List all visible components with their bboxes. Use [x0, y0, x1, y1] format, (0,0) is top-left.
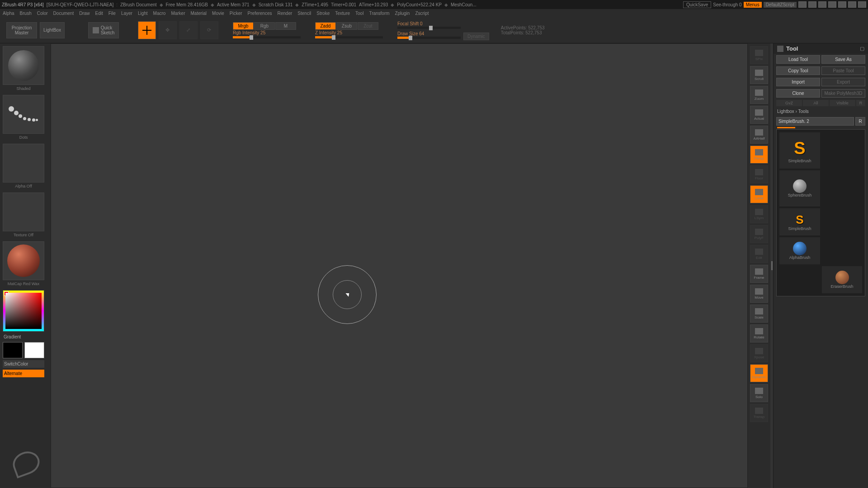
current-tool-label[interactable]: SimpleBrush. 2	[776, 117, 854, 126]
swatch-white[interactable]	[24, 342, 44, 358]
tool-simplebrush-2[interactable]: SSimpleBrush	[779, 208, 820, 235]
draw-size-slider[interactable]	[397, 37, 461, 39]
zcut-button[interactable]: Zcut	[358, 22, 378, 30]
dynamic-button[interactable]: Dynamic	[463, 33, 489, 40]
menu-document[interactable]: Document	[53, 11, 74, 16]
mrgb-button[interactable]: Mrgb	[233, 22, 254, 30]
menu-layer[interactable]: Layer	[121, 11, 132, 16]
alternate-button[interactable]: Alternate	[3, 370, 44, 377]
menu-tool[interactable]: Tool	[355, 11, 363, 16]
menu-zplugin[interactable]: Zplugin	[395, 11, 410, 16]
menu-light[interactable]: Light	[138, 11, 148, 16]
save-as-button[interactable]: Save As	[821, 55, 865, 64]
menu-preferences[interactable]: Preferences	[248, 11, 272, 16]
tool-eraserbrush[interactable]: EraserBrush	[822, 266, 862, 293]
menu-texture[interactable]: Texture	[335, 11, 350, 16]
quicksave-button[interactable]: QuickSave	[683, 1, 711, 8]
close-panel-icon[interactable]: ▢	[860, 46, 864, 52]
menus-toggle[interactable]: Menus	[744, 2, 762, 8]
quicksketch-button[interactable]: Quick Sketch	[88, 22, 119, 38]
menu-brush[interactable]: Brush	[20, 11, 32, 16]
rs-local-button[interactable]: Local	[750, 185, 768, 203]
import-button[interactable]: Import	[776, 78, 820, 86]
rs-scale-button[interactable]: Scale	[750, 305, 768, 323]
rs-persp-button[interactable]: Persp	[750, 145, 768, 164]
rs-transp-button[interactable]: Transp	[750, 404, 768, 422]
rs-spix-button[interactable]: SPix	[750, 46, 768, 64]
projection-master-button[interactable]: Projection Master	[6, 22, 37, 38]
menu-movie[interactable]: Movie	[212, 11, 224, 16]
rgb-button[interactable]: Rgb	[254, 22, 275, 30]
tool-alphabrush[interactable]: AlphaBrush	[779, 237, 820, 264]
rs-dynamic-button[interactable]: Dynamic	[750, 364, 768, 382]
default-script[interactable]: DefaultZScript	[764, 2, 797, 8]
maximize-icon[interactable]	[838, 1, 846, 8]
tool-simplebrush[interactable]: SSimpleBrush	[779, 132, 820, 169]
lightbox-button[interactable]: LightBox	[40, 22, 65, 38]
draw-mode-button[interactable]	[138, 21, 156, 39]
swatch-black[interactable]	[3, 342, 23, 358]
stroke-thumb[interactable]: Dots	[3, 95, 44, 134]
menu-transform[interactable]: Transform	[369, 11, 389, 16]
rs-aahalf-button[interactable]: AAHalf	[750, 126, 768, 144]
menu-file[interactable]: File	[108, 11, 116, 16]
rgb-intensity-slider[interactable]	[233, 36, 301, 38]
menu-stroke[interactable]: Stroke	[316, 11, 330, 16]
material-thumb[interactable]: MatCap Red Wax	[3, 241, 44, 280]
export-button[interactable]: Export	[821, 78, 865, 86]
minimize-icon[interactable]	[828, 1, 836, 8]
canvas-viewport[interactable]	[51, 43, 748, 488]
switchcolor-button[interactable]: SwitchColor	[3, 360, 44, 368]
rs-polyf-button[interactable]: PolyF	[750, 225, 768, 243]
shaded-thumb[interactable]: Shaded	[3, 46, 44, 85]
r-button[interactable]: R	[856, 100, 865, 106]
rs-xpose-button[interactable]: Xpose	[750, 344, 768, 362]
focal-shift-slider[interactable]	[397, 27, 461, 29]
gvz-button[interactable]: GvZ	[776, 100, 802, 106]
menu-edit[interactable]: Edit	[95, 11, 103, 16]
rs-lsym-button[interactable]: LSym	[750, 205, 768, 223]
gradient-label[interactable]: Gradient	[3, 333, 48, 340]
rs-rotate-button[interactable]: Rotate	[750, 324, 768, 343]
seethrough-slider[interactable]: See-through 0	[713, 2, 741, 7]
visible-button[interactable]: Visible	[830, 100, 855, 106]
menu-stencil[interactable]: Stencil	[297, 11, 311, 16]
all-button[interactable]: All	[803, 100, 829, 106]
menu-color[interactable]: Color	[37, 11, 48, 16]
r2-button[interactable]: R	[855, 117, 865, 126]
rs-move-button[interactable]: Move	[750, 285, 768, 303]
menu-draw[interactable]: Draw	[79, 11, 90, 16]
close-icon[interactable]	[858, 1, 866, 8]
rs-actual-button[interactable]: Actual	[750, 106, 768, 124]
home-icon[interactable]	[798, 1, 807, 8]
tool-spherebrush[interactable]: SphereBrush	[779, 170, 820, 206]
pin-icon[interactable]	[777, 46, 783, 52]
clone-button[interactable]: Clone	[776, 89, 820, 98]
menu-alpha[interactable]: Alpha	[3, 11, 14, 16]
rs-scroll-button[interactable]: Scroll	[750, 66, 768, 84]
zadd-button[interactable]: Zadd	[315, 22, 336, 30]
zsub-button[interactable]: Zsub	[336, 22, 357, 30]
config-icon[interactable]	[818, 1, 826, 8]
make-polymesh-button[interactable]: Make PolyMesh3D	[821, 89, 865, 98]
alpha-thumb[interactable]: Alpha Off	[3, 144, 44, 183]
menu-zscript[interactable]: Zscript	[415, 11, 429, 16]
menu-macro[interactable]: Macro	[153, 11, 166, 16]
rs-frame-button[interactable]: Frame	[750, 265, 768, 283]
menu-material[interactable]: Material	[191, 11, 207, 16]
lightbox-tools-label[interactable]: Lightbox › Tools	[774, 107, 868, 116]
z-intensity-slider[interactable]	[315, 36, 383, 38]
move-mode-button[interactable]: ✥	[159, 21, 177, 39]
rs-zoom-button[interactable]: Zoom	[750, 86, 768, 104]
rs-floor-button[interactable]: Floor	[750, 165, 768, 183]
scale-mode-button[interactable]: ⤢	[179, 21, 198, 39]
m-button[interactable]: M	[275, 22, 296, 30]
rs-edit-button[interactable]: Edit	[750, 245, 768, 263]
layout-icon[interactable]	[808, 1, 816, 8]
rotate-mode-button[interactable]: ⟳	[200, 21, 218, 39]
menu-marker[interactable]: Marker	[171, 11, 185, 16]
texture-thumb[interactable]: Texture Off	[3, 192, 44, 231]
color-picker[interactable]	[3, 290, 44, 332]
copy-tool-button[interactable]: Copy Tool	[776, 66, 820, 75]
help-icon[interactable]	[848, 1, 856, 8]
